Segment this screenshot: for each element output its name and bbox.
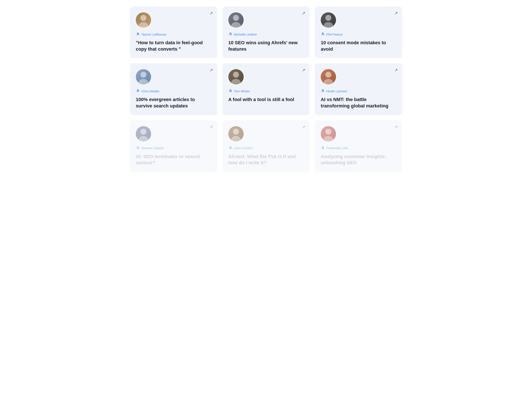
avatar: [321, 69, 336, 84]
card-title: Alt-text. What the f*ck is it and how do…: [228, 153, 304, 166]
author-row: Phil Pearce: [321, 32, 396, 37]
author-name: Tasmin Lofthouse: [141, 32, 166, 36]
card-title: AI vs NMT: the battle transforming globa…: [321, 96, 396, 109]
svg-point-8: [325, 15, 331, 21]
svg-point-5: [231, 22, 241, 28]
svg-point-31: [231, 147, 232, 148]
external-link-icon: ↗: [209, 124, 213, 130]
person-icon: [136, 89, 140, 93]
svg-point-1: [139, 22, 148, 28]
author-name: Liam Cumber: [234, 146, 253, 150]
author-name: Tom Winter: [234, 89, 250, 93]
svg-point-21: [324, 79, 333, 84]
person-icon: [321, 146, 325, 150]
svg-point-35: [324, 147, 324, 148]
external-link-icon: ↗: [209, 68, 213, 73]
card-7[interactable]: ↗ Martina CataldoAI: SEO terminator or s…: [130, 120, 217, 172]
svg-point-22: [322, 89, 323, 91]
author-row: Tom Winter: [228, 89, 304, 93]
card-2[interactable]: ↗ Michelle Lindner10 SEO wins using Ahre…: [222, 6, 310, 58]
card-title: "How to turn data in feel-good copy that…: [136, 40, 211, 52]
avatar: [136, 12, 151, 28]
author-row: Folashade Uba: [321, 146, 396, 150]
author-name: Michelle Lindner: [234, 32, 257, 36]
author-row: Martina Cataldo: [136, 146, 211, 150]
svg-point-0: [140, 15, 146, 21]
card-title: AI: SEO terminator or search saviour?: [136, 153, 211, 166]
svg-point-11: [324, 33, 324, 34]
external-link-icon: ↗: [394, 124, 398, 130]
svg-point-30: [230, 146, 231, 148]
external-link-icon: ↗: [302, 68, 305, 73]
svg-point-20: [325, 72, 331, 78]
card-title: A fool with a tool is still a fool: [228, 96, 304, 103]
card-title: 10 consent mode mistakes to avoid: [321, 40, 396, 52]
card-title: 10 SEO wins using Ahrefs' new features: [228, 40, 304, 52]
svg-point-17: [231, 79, 241, 84]
person-icon: [136, 32, 140, 37]
avatar: [136, 69, 151, 84]
svg-point-2: [137, 32, 138, 34]
author-row: Chris Meabe: [136, 89, 211, 93]
svg-point-32: [325, 129, 331, 135]
svg-point-12: [140, 72, 146, 78]
person-icon: [136, 146, 140, 150]
svg-point-29: [231, 136, 241, 142]
avatar: [136, 126, 151, 142]
author-name: Hinde Lamrani: [326, 89, 347, 93]
svg-point-4: [233, 15, 239, 21]
svg-point-24: [140, 129, 146, 135]
svg-point-28: [233, 129, 239, 135]
svg-point-3: [138, 33, 139, 34]
svg-point-14: [137, 89, 138, 91]
svg-point-33: [324, 136, 333, 142]
svg-point-27: [138, 147, 139, 148]
card-1[interactable]: ↗ Tasmin Lofthouse"How to turn data in f…: [130, 6, 217, 58]
card-6[interactable]: ↗ Hinde LamraniAI vs NMT: the battle tra…: [315, 63, 402, 115]
external-link-icon: ↗: [302, 11, 305, 16]
person-icon: [228, 89, 232, 93]
svg-point-10: [322, 32, 323, 34]
card-title: Analyzing customer insights: unleashing …: [321, 153, 396, 166]
author-name: Phil Pearce: [326, 32, 343, 36]
person-icon: [228, 32, 232, 37]
author-name: Chris Meabe: [141, 89, 159, 93]
svg-point-34: [322, 146, 323, 148]
author-row: Liam Cumber: [228, 146, 304, 150]
author-name: Martina Cataldo: [141, 146, 164, 150]
svg-point-25: [139, 136, 148, 142]
author-name: Folashade Uba: [326, 146, 348, 150]
card-grid: ↗ Tasmin Lofthouse"How to turn data in f…: [130, 6, 402, 172]
svg-point-6: [230, 32, 231, 34]
avatar: [321, 126, 336, 142]
avatar: [228, 69, 244, 84]
person-icon: [321, 89, 325, 93]
svg-point-13: [139, 79, 148, 84]
card-4[interactable]: ↗ Chris Meabe100% evergreen articles to …: [130, 63, 217, 115]
person-icon: [228, 146, 232, 150]
person-icon: [321, 32, 325, 37]
card-9[interactable]: ↗ Folashade UbaAnalyzing customer insigh…: [315, 120, 402, 172]
card-title: 100% evergreen articles to survive searc…: [136, 96, 211, 109]
svg-point-9: [324, 22, 333, 28]
author-row: Michelle Lindner: [228, 32, 304, 37]
svg-point-23: [324, 90, 324, 91]
svg-point-16: [233, 72, 239, 78]
svg-point-18: [230, 89, 231, 91]
svg-point-19: [231, 90, 232, 91]
card-3[interactable]: ↗ Phil Pearce10 consent mode mistakes to…: [315, 6, 402, 58]
external-link-icon: ↗: [209, 11, 213, 16]
avatar: [228, 12, 244, 28]
svg-point-26: [137, 146, 138, 148]
avatar: [228, 126, 244, 142]
svg-point-15: [138, 90, 139, 91]
external-link-icon: ↗: [394, 68, 398, 73]
external-link-icon: ↗: [394, 11, 398, 16]
external-link-icon: ↗: [302, 124, 305, 130]
avatar: [321, 12, 336, 28]
author-row: Tasmin Lofthouse: [136, 32, 211, 37]
author-row: Hinde Lamrani: [321, 89, 396, 93]
card-8[interactable]: ↗ Liam CumberAlt-text. What the f*ck is …: [222, 120, 310, 172]
card-5[interactable]: ↗ Tom WinterA fool with a tool is still …: [222, 63, 310, 115]
svg-point-7: [231, 33, 232, 34]
